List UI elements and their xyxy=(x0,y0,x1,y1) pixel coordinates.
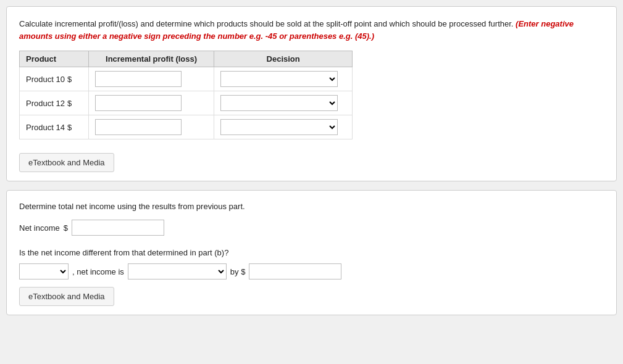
net-income-input[interactable] xyxy=(72,220,164,236)
decision-select[interactable] xyxy=(220,119,338,135)
profit-input[interactable] xyxy=(95,95,182,111)
etextbook-button-1[interactable]: eTextbook and Media xyxy=(19,153,114,172)
net-income-dollar: $ xyxy=(64,223,68,233)
profit-cell xyxy=(88,67,214,91)
by-input[interactable] xyxy=(249,263,341,279)
table-row: Product 14$ xyxy=(20,115,353,139)
product-name-cell: Product 12$ xyxy=(20,91,89,115)
profit-cell xyxy=(88,91,214,115)
table-row: Product 10$ xyxy=(20,67,353,91)
net-income-label: Net income xyxy=(19,223,60,233)
decision-select[interactable] xyxy=(220,71,338,87)
decision-cell xyxy=(214,91,353,115)
dollar-sign: $ xyxy=(67,75,72,84)
product-name: Product 12 xyxy=(26,99,65,108)
product-name: Product 14 xyxy=(26,123,65,132)
profit-input[interactable] xyxy=(95,71,182,87)
section1-instructions: Calculate incremental profit/(loss) and … xyxy=(19,18,604,42)
section2-card: Determine total net income using the res… xyxy=(6,190,617,315)
decision-select[interactable] xyxy=(220,95,338,111)
etextbook-button-2[interactable]: eTextbook and Media xyxy=(19,287,114,306)
yes-no-select[interactable]: YesNo xyxy=(19,263,69,279)
dollar-sign: $ xyxy=(67,99,72,108)
table-row: Product 12$ xyxy=(20,91,353,115)
decision-cell xyxy=(214,67,353,91)
decision-cell xyxy=(214,115,353,139)
section2-instructions: Determine total net income using the res… xyxy=(19,202,604,211)
by-label: by $ xyxy=(230,267,246,276)
net-income-direction-select[interactable]: higherlowerthe same xyxy=(128,263,227,279)
net-income-is-label: , net income is xyxy=(72,267,124,276)
section1-card: Calculate incremental profit/(loss) and … xyxy=(6,6,617,181)
products-table: Product Incremental profit (loss) Decisi… xyxy=(19,51,353,139)
net-income-question: Is the net income different from that de… xyxy=(19,248,604,257)
product-name: Product 10 xyxy=(26,75,65,84)
col-header-product: Product xyxy=(20,51,89,67)
profit-input[interactable] xyxy=(95,119,182,135)
col-header-profit: Incremental profit (loss) xyxy=(88,51,214,67)
product-name-cell: Product 14$ xyxy=(20,115,89,139)
product-name-cell: Product 10$ xyxy=(20,67,89,91)
col-header-decision: Decision xyxy=(214,51,353,67)
profit-cell xyxy=(88,115,214,139)
dollar-sign: $ xyxy=(67,123,72,132)
instructions-normal-text: Calculate incremental profit/(loss) and … xyxy=(19,19,516,28)
